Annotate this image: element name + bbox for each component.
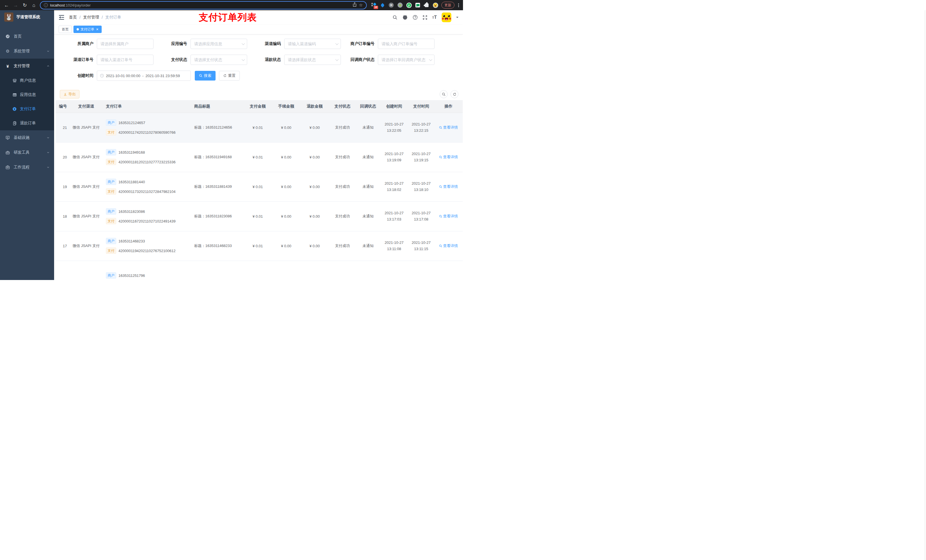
kite-extension-icon[interactable]	[380, 2, 385, 8]
date-separator: -	[142, 74, 144, 78]
collapse-sidebar-icon[interactable]	[59, 15, 64, 20]
chevron-down-icon	[47, 136, 50, 139]
filter-merchant-order-no: 商户订单编号	[341, 39, 434, 49]
notify-status-select[interactable]	[378, 54, 434, 65]
refresh-button[interactable]	[451, 90, 458, 98]
app-id-select[interactable]	[191, 39, 247, 49]
toolbox-icon	[5, 150, 10, 155]
sidebar-item-app-info[interactable]: 应用信息	[0, 88, 54, 102]
bookmark-star-icon[interactable]: ☆	[359, 3, 363, 8]
search-icon[interactable]	[393, 15, 398, 20]
pay-tag: 支付	[106, 189, 116, 195]
gear-icon: ⚙	[5, 49, 10, 54]
breadcrumb: 首页 / 支付管理 / 支付订单	[69, 15, 121, 20]
date-end: 2021-10-31 23:59:59	[145, 74, 180, 78]
sidebar-item-system[interactable]: ⚙ 系统管理	[0, 44, 54, 59]
view-detail-link[interactable]: 查看详情	[439, 125, 458, 130]
filter-app-id: 应用编号	[153, 39, 247, 49]
address-bar[interactable]: i localhost:1024/pay/order ☆	[40, 1, 367, 9]
extension-badge: 10	[374, 6, 378, 9]
table-row: 21 微信 JSAPI 支付 商户1635312124657 支付4200001…	[56, 113, 463, 142]
channel-code-select[interactable]	[284, 39, 341, 49]
view-detail-link[interactable]: 查看详情	[439, 184, 458, 189]
avatar[interactable]	[442, 12, 451, 22]
reload-icon[interactable]: ↻	[22, 3, 28, 8]
merchant-input[interactable]	[97, 39, 153, 49]
command-extension-icon[interactable]: ⌘	[388, 2, 394, 8]
sidebar-item-payment[interactable]: ¥ 支付管理	[0, 59, 54, 73]
sidebar-group-payment: ¥ 支付管理 商户信息 应用信息	[0, 59, 54, 130]
sidebar-menu: 首页 ⚙ 系统管理 ¥ 支付管理	[0, 24, 54, 175]
merchant-order-no-input[interactable]	[378, 39, 434, 49]
merchant-tag: 商户	[106, 119, 116, 126]
app-logo: 🐰	[4, 12, 14, 22]
table-row: 19 微信 JSAPI 支付 商户1635311881440 支付4200001…	[56, 172, 463, 201]
dot-extension-icon[interactable]	[397, 2, 403, 8]
browser-menu-icon[interactable]	[458, 3, 460, 7]
chevron-down-icon	[47, 166, 50, 169]
sidebar-item-home[interactable]: 首页	[0, 29, 54, 44]
export-button[interactable]: 导出	[60, 90, 79, 98]
chevron-down-icon	[47, 50, 50, 53]
pay-tag: 支付	[106, 129, 116, 136]
breadcrumb-home[interactable]: 首页	[69, 15, 77, 20]
sidebar-item-devtools[interactable]: 研发工具	[0, 145, 54, 160]
fullscreen-icon[interactable]	[422, 15, 427, 20]
app-title: 芋道管理系统	[16, 15, 40, 20]
sidebar-item-pay-order[interactable]: 支付订单	[0, 102, 54, 116]
tab-home[interactable]: 首页	[59, 26, 72, 33]
sidebar-item-workflow[interactable]: 工作流程	[0, 160, 54, 175]
y-extension-icon[interactable]: y	[406, 2, 412, 8]
home-icon[interactable]: ⌂	[31, 3, 37, 8]
merchant-tag: 商户	[106, 179, 116, 185]
fontsize-icon[interactable]: TT	[432, 15, 437, 20]
refund-status-select[interactable]	[284, 54, 341, 65]
topbar: 首页 / 支付管理 / 支付订单 支付订单列表	[54, 10, 463, 24]
site-info-icon[interactable]: i	[44, 3, 48, 7]
table-row: 18 微信 JSAPI 支付 商户1635311823086 支付4200001…	[56, 201, 463, 231]
forward-icon[interactable]: →	[12, 3, 19, 8]
chat-extension-icon[interactable]	[415, 2, 421, 8]
view-detail-link[interactable]: 查看详情	[439, 243, 458, 248]
page-title-annotation: 支付订单列表	[199, 11, 257, 24]
filter-merchant: 所属商户	[60, 39, 153, 49]
filter-notify-status: 回调商户状态	[341, 54, 434, 65]
create-time-range-input[interactable]: 2021-10-01 00:00:00 - 2021-10-31 23:59:5…	[97, 71, 191, 81]
view-detail-link[interactable]: 查看详情	[439, 214, 458, 219]
breadcrumb-payment[interactable]: 支付管理	[83, 15, 99, 20]
sidebar-item-refund-order[interactable]: 退款订单	[0, 116, 54, 130]
github-icon[interactable]	[402, 15, 408, 20]
filter-channel-code: 渠道编码	[247, 39, 341, 49]
back-icon[interactable]: ←	[3, 3, 10, 8]
pay-order-table: 编号 支付渠道 支付订单 商品标题 支付金额 手续金额 退款金额 支付状态 回调…	[56, 100, 463, 280]
channel-order-no-input[interactable]	[97, 54, 153, 65]
active-dot	[77, 28, 79, 30]
pay-status-select[interactable]	[191, 54, 247, 65]
tab-pay-order[interactable]: 支付订单 ✕	[73, 26, 101, 33]
puzzle-extensions-icon[interactable]	[424, 2, 430, 8]
share-icon[interactable]	[353, 2, 357, 8]
page-content: 所属商户 应用编号 渠道编码 商户订单编号 渠	[54, 34, 463, 280]
shop-icon	[12, 78, 17, 83]
emoji-extension-icon[interactable]	[433, 2, 438, 8]
view-detail-link[interactable]: 查看详情	[439, 154, 458, 160]
table-row: 17 微信 JSAPI 支付 商户1635311468233 支付4200001…	[56, 231, 463, 261]
browser-update-button[interactable]: 更新	[441, 2, 454, 9]
extensions-row: 10 ⌘ y 更新	[369, 2, 460, 9]
close-icon[interactable]: ✕	[96, 28, 98, 31]
sidebar: 🐰 芋道管理系统 首页 ⚙ 系统管理 ¥ 支付管理	[0, 10, 54, 280]
utools-extension-icon[interactable]: 10	[371, 2, 377, 8]
tags-view-bar: 首页 支付订单 ✕	[54, 24, 463, 34]
sidebar-item-infra[interactable]: 基础设施	[0, 130, 54, 145]
toggle-search-button[interactable]	[440, 90, 448, 98]
reset-button[interactable]: 重置	[219, 71, 240, 80]
yen-circle-icon	[12, 107, 17, 111]
grid-icon	[12, 93, 17, 97]
briefcase-icon	[5, 165, 10, 170]
yen-icon: ¥	[5, 64, 10, 69]
avatar-caret-icon[interactable]	[456, 17, 458, 19]
help-icon[interactable]	[413, 15, 418, 20]
merchant-tag: 商户	[106, 149, 116, 155]
sidebar-item-merchant-info[interactable]: 商户信息	[0, 73, 54, 88]
search-button[interactable]: 搜索	[195, 71, 216, 80]
